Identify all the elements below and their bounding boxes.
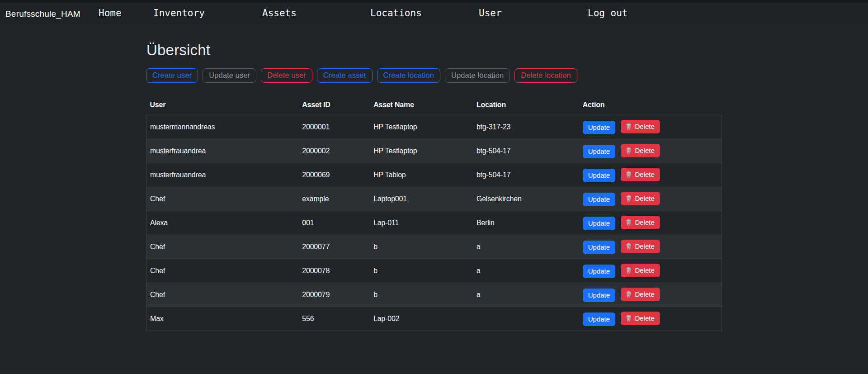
page-title: Übersicht: [146, 42, 722, 59]
cell-asset-id: 2000002: [298, 139, 370, 163]
cell-asset-id: 001: [298, 211, 370, 235]
delete-button[interactable]: Delete: [621, 192, 660, 205]
cell-user: musterfrauandrea: [146, 139, 299, 163]
column-header: User: [146, 97, 299, 115]
delete-button[interactable]: Delete: [621, 144, 660, 157]
table-row: Alexa 001 Lap-011 Berlin Update: [146, 211, 722, 235]
cell-action: Update Delete: [579, 115, 722, 139]
update-button[interactable]: Update: [583, 193, 615, 206]
delete-button[interactable]: Delete: [621, 312, 660, 325]
table-row: musterfrauandrea 2000069 HP Tablop btg-5…: [146, 163, 722, 187]
wastebasket-icon: [625, 243, 632, 250]
update-button[interactable]: Update: [583, 289, 615, 302]
cell-action: Update Delete: [579, 187, 722, 211]
cell-action: Update Delete: [579, 211, 722, 235]
main-content: Übersicht Create user Update user Delete…: [146, 42, 722, 331]
toolbar-button[interactable]: Update user: [203, 68, 256, 83]
update-button[interactable]: Update: [583, 145, 615, 158]
cell-location: a: [473, 283, 579, 307]
cell-asset-name: b: [370, 283, 473, 307]
wastebasket-icon: [625, 147, 632, 154]
nav-item[interactable]: Locations: [370, 8, 422, 19]
cell-action: Update Delete: [579, 259, 722, 283]
delete-button-label: Delete: [635, 147, 654, 154]
cell-asset-name: b: [370, 259, 473, 283]
delete-button-label: Delete: [635, 218, 654, 226]
cell-asset-id: 2000069: [298, 163, 370, 187]
cell-action: Update Delete: [579, 139, 722, 163]
column-header: Asset Name: [370, 97, 473, 115]
cell-user: Max: [146, 307, 299, 331]
update-button[interactable]: Update: [583, 169, 615, 182]
table-row: Chef example Laptop001 Gelsenkirchen Upd…: [146, 187, 722, 211]
delete-button[interactable]: Delete: [621, 264, 660, 277]
top-navbar: Berufsschule_HAM Home Inventory Assets L…: [0, 0, 868, 25]
cell-action: Update Delete: [579, 163, 722, 187]
table-row: Chef 2000077 b a Update: [146, 235, 722, 259]
delete-button[interactable]: Delete: [621, 216, 660, 229]
table-row: Chef 2000079 b a Update: [146, 283, 722, 307]
toolbar-button[interactable]: Create user: [146, 68, 198, 83]
nav-item[interactable]: Assets: [262, 8, 297, 19]
nav-item[interactable]: User: [479, 8, 502, 19]
cell-location: btg-504-17: [473, 139, 579, 163]
cell-location: a: [473, 235, 579, 259]
cell-location: btg-504-17: [473, 163, 579, 187]
update-button[interactable]: Update: [583, 217, 615, 230]
cell-user: Chef: [146, 259, 299, 283]
delete-button-label: Delete: [635, 290, 654, 298]
wastebasket-icon: [625, 123, 632, 130]
delete-button[interactable]: Delete: [621, 240, 660, 253]
cell-user: Alexa: [146, 211, 299, 235]
cell-user: Chef: [146, 187, 299, 211]
cell-asset-id: 2000078: [298, 259, 370, 283]
cell-asset-name: HP Tablop: [370, 163, 473, 187]
crud-toolbar: Create user Update user Delete user Crea…: [146, 68, 722, 83]
nav-item[interactable]: Home: [99, 8, 122, 19]
cell-asset-name: HP Testlaptop: [370, 139, 473, 163]
cell-location: btg-317-23: [473, 115, 579, 139]
cell-asset-id: 556: [298, 307, 370, 331]
table-row: Chef 2000078 b a Update: [146, 259, 722, 283]
cell-asset-name: Lap-011: [370, 211, 473, 235]
column-header: Location: [473, 97, 579, 115]
toolbar-button[interactable]: Update location: [445, 68, 510, 83]
wastebasket-icon: [625, 171, 632, 178]
toolbar-button[interactable]: Create asset: [317, 68, 373, 83]
wastebasket-icon: [625, 315, 632, 322]
assets-table: User Asset ID Asset Name Location Action…: [146, 97, 722, 331]
table-row: musterfrauandrea 2000002 HP Testlaptop b…: [146, 139, 722, 163]
cell-asset-id: example: [298, 187, 370, 211]
cell-action: Update Delete: [579, 283, 722, 307]
cell-user: mustermannandreas: [146, 115, 299, 139]
cell-action: Update Delete: [579, 307, 722, 331]
delete-button-label: Delete: [635, 123, 654, 130]
delete-button[interactable]: Delete: [621, 288, 660, 301]
nav-item[interactable]: Log out: [588, 8, 628, 19]
delete-button[interactable]: Delete: [621, 120, 660, 133]
cell-location: [473, 307, 579, 331]
table-row: Max 556 Lap-002 Update: [146, 307, 722, 331]
toolbar-button[interactable]: Create location: [377, 68, 440, 83]
cell-action: Update Delete: [579, 235, 722, 259]
delete-button-label: Delete: [635, 194, 654, 202]
update-button[interactable]: Update: [583, 265, 615, 278]
cell-location: Gelsenkirchen: [473, 187, 579, 211]
cell-asset-id: 2000001: [298, 115, 370, 139]
cell-asset-name: Laptop001: [370, 187, 473, 211]
toolbar-button[interactable]: Delete location: [514, 68, 577, 83]
cell-asset-name: HP Testlaptop: [370, 115, 473, 139]
update-button[interactable]: Update: [583, 241, 615, 254]
wastebasket-icon: [625, 195, 632, 202]
delete-button[interactable]: Delete: [621, 168, 660, 181]
toolbar-button[interactable]: Delete user: [261, 68, 312, 83]
update-button[interactable]: Update: [583, 121, 615, 134]
cell-asset-name: Lap-002: [370, 307, 473, 331]
cell-user: Chef: [146, 283, 299, 307]
navbar-brand[interactable]: Berufsschule_HAM: [5, 9, 80, 19]
cell-location: Berlin: [473, 211, 579, 235]
column-header: Action: [579, 97, 722, 115]
nav-item[interactable]: Inventory: [153, 8, 205, 19]
update-button[interactable]: Update: [583, 312, 615, 326]
wastebasket-icon: [625, 267, 632, 274]
